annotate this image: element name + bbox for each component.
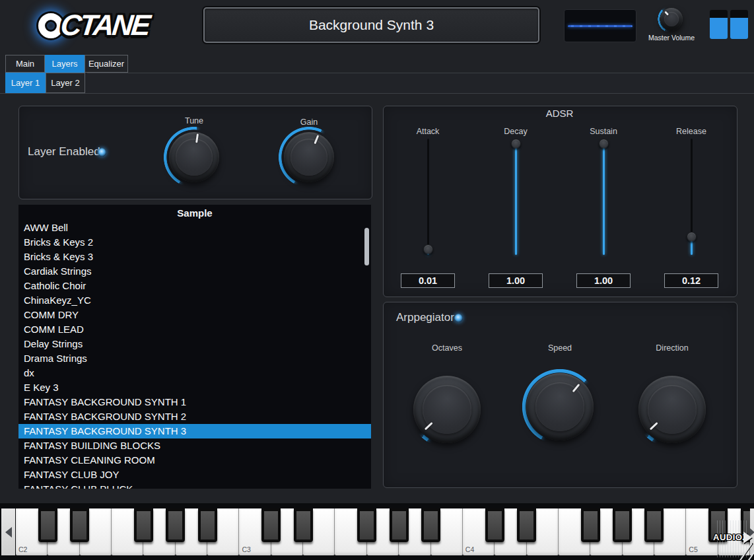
direction-knob[interactable] bbox=[633, 370, 711, 448]
octaves-knob[interactable] bbox=[408, 370, 486, 448]
sample-list-item[interactable]: AWW Bell bbox=[18, 221, 371, 235]
waveform-line-icon bbox=[568, 25, 633, 27]
piano-key-black[interactable] bbox=[357, 508, 376, 542]
piano-key-black[interactable] bbox=[294, 508, 313, 542]
piano-key-black[interactable] bbox=[38, 508, 57, 542]
sample-list-item[interactable]: E Key 3 bbox=[18, 380, 371, 395]
master-volume-label: Master Volume bbox=[635, 34, 708, 42]
speed-knob[interactable] bbox=[521, 368, 599, 446]
decay-slider-thumb[interactable] bbox=[511, 139, 521, 149]
direction-knob-pointer bbox=[650, 422, 658, 431]
decay-slider-fill bbox=[515, 143, 517, 255]
logo-text: CTANE bbox=[59, 9, 151, 42]
piano-key-black[interactable] bbox=[581, 508, 600, 542]
tab-equalizer[interactable]: Equalizer bbox=[85, 55, 128, 73]
arpeggiator-enabled-led[interactable] bbox=[454, 314, 463, 322]
speed-knob-label: Speed bbox=[527, 343, 593, 353]
brand-square-icon bbox=[730, 10, 748, 39]
sample-list-item[interactable]: FANTASY CLUB JOY bbox=[18, 468, 371, 482]
preset-name-display[interactable]: Background Synth 3 bbox=[203, 7, 539, 43]
master-volume-knob-pointer bbox=[664, 11, 669, 16]
master-volume-knob[interactable] bbox=[657, 5, 686, 34]
octaves-knob-label: Octaves bbox=[414, 343, 480, 353]
sustain-value-box[interactable]: 1.00 bbox=[576, 273, 631, 288]
sustain-slider-label: Sustain bbox=[576, 127, 631, 136]
release-value-box[interactable]: 0.12 bbox=[664, 273, 718, 288]
layer-tabbar: Layer 1Layer 2 bbox=[5, 73, 85, 93]
sample-list: Sample AWW BellBricks & Keys 2Bricks & K… bbox=[18, 205, 371, 489]
octave-label: C5 bbox=[689, 545, 697, 553]
piano-key-black[interactable] bbox=[198, 508, 217, 542]
octave-label: C3 bbox=[242, 545, 250, 553]
piano-key-black[interactable] bbox=[517, 508, 536, 542]
keyboard-scroll-left[interactable] bbox=[1, 508, 15, 555]
tune-knob-pointer bbox=[195, 134, 199, 143]
preset-name: Background Synth 3 bbox=[309, 17, 434, 33]
sustain-slider-thumb[interactable] bbox=[599, 139, 609, 149]
scroll-left-arrow-icon bbox=[5, 527, 12, 538]
sample-list-item[interactable]: Catholic Choir bbox=[18, 279, 371, 293]
sustain-slider-fill bbox=[603, 143, 605, 255]
octaves-knob-pointer bbox=[425, 422, 433, 431]
piano-key-black[interactable] bbox=[70, 508, 89, 542]
layer-enabled-led[interactable] bbox=[98, 148, 106, 157]
speed-knob-pointer bbox=[572, 384, 580, 393]
adsr-title: ADSR bbox=[383, 108, 736, 119]
layer-tabbar-background bbox=[0, 73, 754, 94]
octane-plugin-window: CTANE Background Synth 3 Master Volume M… bbox=[0, 0, 754, 560]
watermark-play-icon bbox=[743, 532, 752, 543]
sample-list-item[interactable]: Cardiak Strings bbox=[18, 264, 371, 279]
sample-list-item[interactable]: FANTASY BACKGROUND SYNTH 3 bbox=[18, 424, 371, 438]
octave-label: C4 bbox=[465, 545, 474, 553]
sample-list-item[interactable]: FANTASY CLEANING ROOM bbox=[18, 453, 371, 468]
main-tabbar: MainLayersEqualizer bbox=[5, 55, 128, 73]
release-slider-thumb[interactable] bbox=[687, 232, 697, 242]
tab-layer-2[interactable]: Layer 2 bbox=[46, 73, 85, 93]
sample-list-item[interactable]: Delay Strings bbox=[18, 337, 371, 351]
layer-enabled-label: Layer Enabled bbox=[28, 145, 100, 158]
sample-list-item[interactable]: dx bbox=[18, 366, 371, 380]
sample-list-item[interactable]: ChinaKeyz_YC bbox=[18, 293, 371, 308]
decay-value-box[interactable]: 1.00 bbox=[489, 273, 543, 288]
direction-knob-label: Direction bbox=[639, 343, 705, 353]
tune-knob[interactable] bbox=[162, 125, 226, 189]
tab-main[interactable]: Main bbox=[5, 55, 45, 73]
sample-list-item[interactable]: FANTASY CLUB PLUCK bbox=[18, 482, 371, 489]
attack-slider-thumb[interactable] bbox=[423, 244, 433, 254]
sample-list-item[interactable]: FANTASY BACKGROUND SYNTH 1 bbox=[18, 395, 371, 409]
piano-key-black[interactable] bbox=[261, 508, 281, 542]
sample-list-item[interactable]: COMM DRY bbox=[18, 308, 371, 322]
adsr-slider-attack: Attack0.01 bbox=[401, 127, 455, 289]
tab-layer-1[interactable]: Layer 1 bbox=[5, 73, 46, 93]
direction-knob-pointer-rot bbox=[617, 355, 728, 465]
adsr-slider-decay: Decay1.00 bbox=[489, 127, 543, 289]
piano-key-black[interactable] bbox=[421, 508, 440, 542]
tune-knob-pointer-rot bbox=[158, 122, 230, 193]
sample-list-item[interactable]: FANTASY BACKGROUND SYNTH 2 bbox=[18, 409, 371, 424]
piano-key-black[interactable] bbox=[390, 508, 409, 542]
sample-list-item[interactable]: FANTASY BUILDING BLOCKS bbox=[18, 438, 371, 453]
gain-knob[interactable] bbox=[277, 125, 341, 189]
sample-list-item[interactable]: COMM LEAD bbox=[18, 322, 371, 337]
piano-key-black[interactable] bbox=[134, 508, 153, 542]
piano-key-black[interactable] bbox=[644, 508, 664, 542]
attack-value-box[interactable]: 0.01 bbox=[401, 273, 455, 288]
attack-slider-label: Attack bbox=[401, 127, 455, 136]
keyboard: C2C3C4C5 bbox=[0, 503, 754, 560]
piano-key-black[interactable] bbox=[485, 508, 504, 542]
sample-list-header: Sample bbox=[18, 205, 371, 221]
piano-key-black[interactable] bbox=[166, 508, 185, 542]
speed-knob-pointer-rot bbox=[505, 352, 615, 462]
sample-list-item[interactable]: Bricks & Keys 3 bbox=[18, 250, 371, 264]
sample-list-item[interactable]: Bricks & Keys 2 bbox=[18, 235, 371, 250]
sample-list-item[interactable]: Drama Strings bbox=[18, 351, 371, 366]
watermark-text: AUDIOZ bbox=[713, 532, 748, 542]
sample-list-scrollbar[interactable] bbox=[364, 228, 369, 265]
arpeggiator-title: Arppegiator bbox=[396, 311, 454, 324]
decay-slider-label: Decay bbox=[489, 127, 543, 136]
piano-key-black[interactable] bbox=[613, 508, 632, 542]
tab-layers[interactable]: Layers bbox=[45, 55, 85, 73]
release-slider-label: Release bbox=[664, 127, 718, 136]
audioz-watermark: AUDIOZ bbox=[712, 520, 754, 560]
attack-slider-track[interactable] bbox=[427, 139, 429, 255]
